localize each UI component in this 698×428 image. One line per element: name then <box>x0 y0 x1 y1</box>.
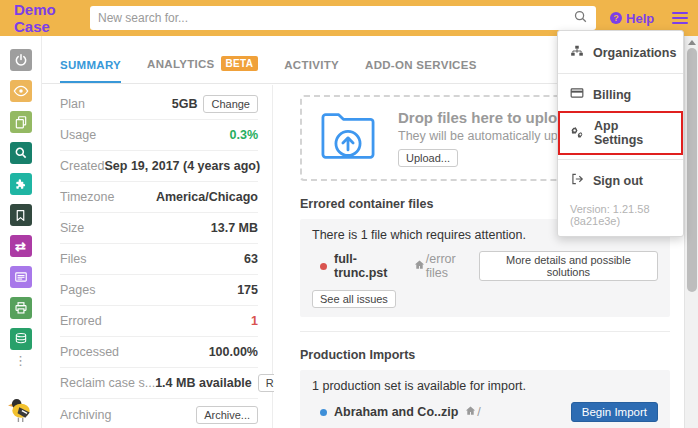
summary-row-size: Size 13.7 MB <box>60 213 258 244</box>
production-file-path: / <box>477 405 480 419</box>
billing-icon <box>570 86 584 103</box>
gears-icon <box>570 125 585 142</box>
home-icon <box>465 405 476 419</box>
logikcull-bird-logo <box>7 396 35 426</box>
scrollbar-thumb[interactable] <box>687 48 697 292</box>
menu-item-sign-out[interactable]: Sign out <box>558 164 683 197</box>
hamburger-menu-icon[interactable] <box>672 12 688 24</box>
home-icon <box>414 259 425 273</box>
upload-button[interactable]: Upload... <box>398 149 458 167</box>
help-button[interactable]: ? Help <box>610 11 654 26</box>
scroll-up-arrow-icon[interactable] <box>685 36 698 48</box>
tab-summary[interactable]: SUMMARY <box>60 59 121 83</box>
error-bullet-icon <box>320 263 327 270</box>
case-title: Demo Case <box>14 1 90 35</box>
database-icon[interactable] <box>10 328 32 350</box>
more-dots-icon[interactable]: ⋮ <box>0 359 41 363</box>
production-message: 1 production set is available for import… <box>312 379 658 393</box>
help-label: Help <box>626 11 654 26</box>
summary-row-errored: Errored 1 <box>60 306 258 337</box>
bookmark-icon[interactable] <box>10 204 32 226</box>
org-chart-icon <box>570 44 584 61</box>
app-window: Demo Case ? Help <box>0 0 698 428</box>
summary-row-files: Files 63 <box>60 244 258 275</box>
transfer-icon[interactable]: ⇄ <box>10 235 32 257</box>
search-doc-icon[interactable] <box>10 142 32 164</box>
summary-row-reclaim: Reclaim case s... 1.4 MB availableReclai… <box>60 368 258 399</box>
summary-row-plan: Plan 5GBChange <box>60 89 258 120</box>
copy-icon[interactable] <box>10 111 32 133</box>
production-section-box: 1 production set is available for import… <box>300 370 670 428</box>
menu-item-billing[interactable]: Billing <box>558 78 683 111</box>
archive-button[interactable]: Archive... <box>196 406 258 424</box>
app-version-label: Version: 1.21.58 (8a21e3e) <box>558 197 683 231</box>
menu-divider <box>558 159 683 160</box>
see-all-issues-button[interactable]: See all issues <box>312 290 396 308</box>
tab-activity[interactable]: ACTIVITY <box>284 59 339 83</box>
sign-out-icon <box>570 172 584 189</box>
menu-divider <box>558 73 683 74</box>
begin-import-button[interactable]: Begin Import <box>571 402 658 422</box>
summary-row-usage: Usage 0.3% <box>60 120 258 151</box>
summary-row-processed: Processed 100.00% <box>60 337 258 368</box>
beta-badge: BETA <box>221 56 259 71</box>
errored-file-path: /error files <box>426 252 479 280</box>
app-dropdown-menu: Organizations Billing App Settings Sign … <box>557 30 684 237</box>
tab-analytics[interactable]: ANALYTICSBETA <box>147 56 258 83</box>
summary-row-created: Created Sep 19, 2017 (4 years ago) <box>60 151 258 182</box>
production-file-name[interactable]: Abraham and Co..zip <box>334 405 458 419</box>
print-icon[interactable] <box>10 297 32 319</box>
eye-icon[interactable] <box>10 80 32 102</box>
search-box[interactable] <box>90 6 596 30</box>
puzzle-icon[interactable] <box>10 173 32 195</box>
case-summary-panel: Plan 5GBChange Usage 0.3% Created Sep 19… <box>42 85 273 428</box>
search-icon[interactable] <box>573 9 588 28</box>
power-icon[interactable] <box>10 49 32 71</box>
search-input[interactable] <box>98 11 573 25</box>
tab-addon-services[interactable]: ADD-ON SERVICES <box>365 59 477 83</box>
question-circle-icon: ? <box>610 12 622 24</box>
list-icon[interactable] <box>10 266 32 288</box>
import-bullet-icon <box>320 409 327 416</box>
menu-item-organizations[interactable]: Organizations <box>558 36 683 69</box>
menu-item-app-settings[interactable]: App Settings <box>558 111 683 155</box>
errored-file-name[interactable]: full-trunc.pst <box>334 252 407 280</box>
summary-row-archiving: Archiving Archive... <box>60 399 258 428</box>
production-section-title: Production Imports <box>300 348 670 362</box>
icon-sidebar: ⇄ ⋮ <box>0 36 42 428</box>
change-plan-button[interactable]: Change <box>203 95 258 113</box>
vertical-scrollbar[interactable] <box>684 36 698 428</box>
summary-row-timezone: Timezone America/Chicago <box>60 182 258 213</box>
summary-row-pages: Pages 175 <box>60 275 258 306</box>
more-details-button[interactable]: More details and possible solutions <box>479 251 658 281</box>
section-divider <box>300 331 670 332</box>
upload-folder-icon <box>318 110 378 166</box>
